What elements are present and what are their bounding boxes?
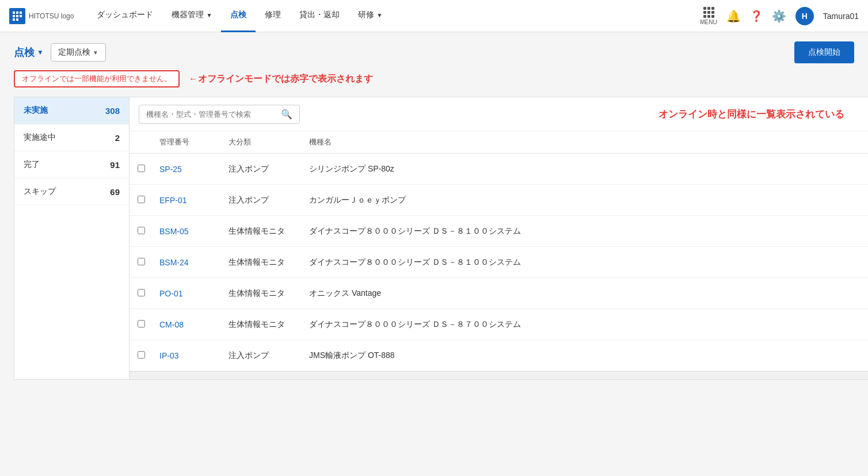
row-category-cell: 生体情報モニタ <box>222 278 302 309</box>
row-checkbox[interactable] <box>138 351 145 359</box>
start-inspection-button[interactable]: 点検開始 <box>794 41 854 63</box>
page-toolbar: 点検 ▼ 定期点検 ▼ 点検開始 <box>14 41 854 63</box>
table-area: 🔍 オンライン時と同様に一覧表示されている アクション ▼ 管理番号 大分類 <box>129 97 868 380</box>
offline-note: ←オフラインモードでは赤字で表示されます <box>189 73 373 85</box>
table-scroll-area[interactable]: 管理番号 大分類 機種名 ステータス SP-25 注入ポンプ シリンジポンプ S… <box>130 131 868 371</box>
svg-rect-6 <box>13 18 15 21</box>
row-checkbox-cell[interactable] <box>130 340 153 371</box>
header-right: MENU 🔔 ❓ ⚙️ H Tamura01 <box>700 7 859 25</box>
row-category-cell: 注入ポンプ <box>222 154 302 185</box>
stat-label: 未実施 <box>24 105 48 116</box>
stat-count: 69 <box>110 187 120 197</box>
svg-rect-1 <box>16 12 18 14</box>
table-row: EFP-01 注入ポンプ カンガルーＪｏｅｙポンプ 未実施 <box>130 185 868 216</box>
table-row: IP-03 注入ポンプ JMS輸液ポンプ OT-888 未実施 <box>130 340 868 371</box>
mgmt-link[interactable]: SP-25 <box>159 165 182 174</box>
stat-count: 2 <box>115 133 120 143</box>
row-checkbox-cell[interactable] <box>130 278 153 309</box>
svg-rect-4 <box>16 15 18 17</box>
page-title: 点検 <box>14 45 35 59</box>
mgmt-link[interactable]: IP-03 <box>159 351 178 360</box>
stat-label: 完了 <box>24 159 40 170</box>
svg-rect-7 <box>16 18 18 21</box>
logo-icon <box>9 8 25 24</box>
table-row: CM-08 生体情報モニタ ダイナスコープ８０００シリーズ ＤＳ－８７００システ… <box>130 309 868 340</box>
row-checkbox[interactable] <box>138 196 145 203</box>
row-checkbox-cell[interactable] <box>130 309 153 340</box>
row-checkbox-cell[interactable] <box>130 247 153 278</box>
row-checkbox[interactable] <box>138 227 145 234</box>
search-icon: 🔍 <box>281 109 292 120</box>
page-title-area: 点検 ▼ <box>14 45 44 59</box>
settings-button[interactable]: ⚙️ <box>772 9 786 23</box>
inspection-table: 管理番号 大分類 機種名 ステータス SP-25 注入ポンプ シリンジポンプ S… <box>130 131 868 371</box>
row-category-cell: 注入ポンプ <box>222 340 302 371</box>
page-title-caret-icon: ▼ <box>37 48 44 56</box>
row-name-cell: ダイナスコープ８０００シリーズ ＤＳ－８１００システム <box>302 216 868 247</box>
row-checkbox[interactable] <box>138 289 145 296</box>
row-category-cell: 生体情報モニタ <box>222 309 302 340</box>
nav-caret-icon: ▼ <box>376 12 382 18</box>
stat-count: 308 <box>105 106 120 116</box>
stat-label: スキップ <box>24 186 56 197</box>
row-category-cell: 生体情報モニタ <box>222 247 302 278</box>
row-category-cell: 注入ポンプ <box>222 185 302 216</box>
mgmt-link[interactable]: PO-01 <box>159 289 182 298</box>
stats-panel: 未実施 308 実施途中 2 完了 91 スキップ 69 <box>14 97 129 380</box>
row-name-cell: カンガルーＪｏｅｙポンプ <box>302 185 868 216</box>
mgmt-link[interactable]: BSM-24 <box>159 258 189 267</box>
nav-item-ダッシュボード[interactable]: ダッシュボード <box>87 0 162 32</box>
row-checkbox-cell[interactable] <box>130 154 153 185</box>
row-checkbox[interactable] <box>138 320 145 328</box>
row-name-cell: シリンジポンプ SP-80z <box>302 154 868 185</box>
nav-caret-icon: ▼ <box>206 12 212 18</box>
row-name-cell: ダイナスコープ８０００シリーズ ＤＳ－８１００システム <box>302 247 868 278</box>
search-input[interactable] <box>146 110 276 119</box>
offline-warning-box: オフラインでは一部機能が利用できません。 <box>14 70 180 87</box>
mgmt-link[interactable]: CM-08 <box>159 320 184 329</box>
row-checkbox[interactable] <box>138 258 145 265</box>
stat-label: 実施途中 <box>24 132 56 143</box>
row-name-cell: JMS輸液ポンプ OT-888 <box>302 340 868 371</box>
nav-item-点検[interactable]: 点検 <box>221 0 256 32</box>
row-checkbox-cell[interactable] <box>130 216 153 247</box>
stat-item-スキップ[interactable]: スキップ 69 <box>14 178 129 205</box>
svg-rect-3 <box>13 15 15 17</box>
stat-item-完了[interactable]: 完了 91 <box>14 151 129 178</box>
dropdown-caret-icon: ▼ <box>93 49 98 56</box>
row-category-cell: 生体情報モニタ <box>222 216 302 247</box>
table-body: SP-25 注入ポンプ シリンジポンプ SP-80z 未実施 EFP-01 注入… <box>130 154 868 371</box>
annotation-text: オンライン時と同様に一覧表示されている <box>658 108 844 121</box>
row-name-cell: ダイナスコープ８０００シリーズ ＤＳ－８７００システム <box>302 309 868 340</box>
help-button[interactable]: ❓ <box>750 10 763 22</box>
row-checkbox[interactable] <box>138 165 145 172</box>
row-mgmt-cell: SP-25 <box>153 154 222 185</box>
menu-button[interactable]: MENU <box>700 7 717 25</box>
svg-rect-5 <box>20 15 22 17</box>
col-category-header: 大分類 <box>222 131 302 154</box>
header: HITOTSU logo ダッシュボード機器管理 ▼点検修理貸出・返却研修 ▼ … <box>0 0 868 32</box>
table-row: BSM-24 生体情報モニタ ダイナスコープ８０００シリーズ ＤＳ－８１００シス… <box>130 247 868 278</box>
search-box[interactable]: 🔍 <box>139 105 300 124</box>
table-row: PO-01 生体情報モニタ オニックス Vantage 未実施 <box>130 278 868 309</box>
mgmt-link[interactable]: EFP-01 <box>159 196 186 205</box>
offline-warning-row: オフラインでは一部機能が利用できません。 ←オフラインモードでは赤字で表示されま… <box>14 70 854 87</box>
row-checkbox-cell[interactable] <box>130 185 153 216</box>
horizontal-scrollbar[interactable] <box>130 371 868 379</box>
col-name-header: 機種名 <box>302 131 868 154</box>
nav-item-貸出・返却[interactable]: 貸出・返却 <box>290 0 349 32</box>
user-name: Tamura01 <box>823 12 859 21</box>
mgmt-link[interactable]: BSM-05 <box>159 227 189 236</box>
stat-item-未実施[interactable]: 未実施 308 <box>14 97 129 124</box>
row-mgmt-cell: BSM-24 <box>153 247 222 278</box>
inspection-type-dropdown[interactable]: 定期点検 ▼ <box>51 43 106 62</box>
bell-button[interactable]: 🔔 <box>726 9 741 23</box>
stat-item-実施途中[interactable]: 実施途中 2 <box>14 124 129 151</box>
nav-item-修理[interactable]: 修理 <box>256 0 290 32</box>
main-content: 点検 ▼ 定期点検 ▼ 点検開始 オフラインでは一部機能が利用できません。 ←オ… <box>0 32 868 389</box>
nav-item-研修[interactable]: 研修 ▼ <box>349 0 391 32</box>
table-row: BSM-05 生体情報モニタ ダイナスコープ８０００シリーズ ＤＳ－８１００シス… <box>130 216 868 247</box>
svg-rect-0 <box>13 12 15 14</box>
row-name-cell: オニックス Vantage <box>302 278 868 309</box>
nav-item-機器管理[interactable]: 機器管理 ▼ <box>162 0 221 32</box>
